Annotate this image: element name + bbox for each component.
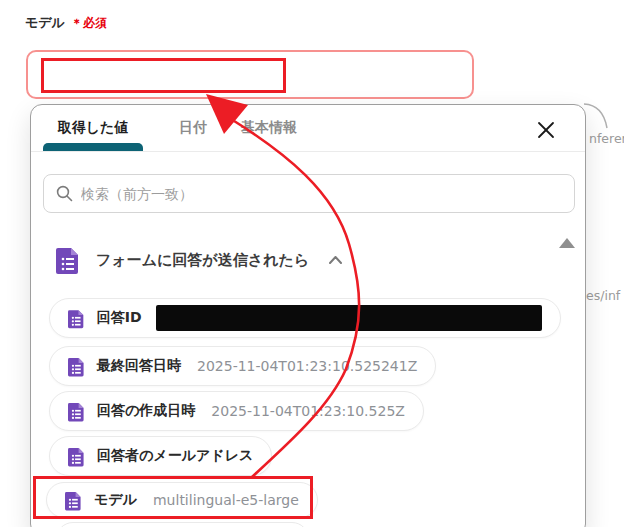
tab-retrieved-values[interactable]: 取得した値 [43,119,143,151]
form-document-icon [68,446,85,467]
tab-date[interactable]: 日付 [171,119,215,151]
search-icon [56,185,73,202]
item-value: multilingual-e5-large [153,492,299,508]
item-label: 回答の作成日時 [97,402,195,420]
item-value: 2025-11-04T01:23:10.525241Z [197,358,417,374]
list-item-response-created-time[interactable]: 回答の作成日時 2025-11-04T01:23:10.525Z [49,391,424,431]
background-clipped-text: nferen [589,131,624,146]
list-item-response-id[interactable]: 回答ID [49,298,561,338]
list-item-partial[interactable] [56,522,309,527]
form-document-icon [56,246,80,274]
tab-basic-info[interactable]: 基本情報 [233,119,305,151]
search-input[interactable] [81,186,562,202]
close-icon [537,121,555,139]
list-item-model[interactable]: モデル multilingual-e5-large [46,482,318,518]
scroll-up-arrow-icon[interactable] [559,238,575,248]
form-document-icon [68,356,85,377]
page: { "field": { "label": "モデル", "required":… [0,0,624,527]
trigger-section-header[interactable]: フォームに回答が送信されたら [56,246,342,274]
background-clipped-text: es/inf [586,288,620,303]
field-label-text: モデル [25,15,65,30]
form-document-icon [65,490,82,511]
header-divider [31,151,585,152]
item-label: 回答者のメールアドレス [97,447,253,465]
tab-bar: 取得した値 日付 基本情報 [43,119,305,151]
value-picker-popup: 取得した値 日付 基本情報 フォームに回答が送信されたら [30,104,586,527]
item-value: 2025-11-04T01:23:10.525Z [211,403,405,419]
search-box[interactable] [43,174,575,213]
model-input-field[interactable] [26,50,474,99]
chevron-up-icon[interactable] [329,256,342,264]
redacted-value [156,305,542,331]
list-item-last-response-time[interactable]: 最終回答日時 2025-11-04T01:23:10.525241Z [49,346,436,386]
popup-header: 取得した値 日付 基本情報 [31,105,585,151]
item-label: 最終回答日時 [97,357,181,375]
form-document-icon [68,308,85,329]
item-label: モデル [94,491,137,509]
list-item-respondent-email[interactable]: 回答者のメールアドレス [49,436,272,476]
item-label: 回答ID [97,309,142,327]
form-document-icon [68,401,85,422]
required-badge: ＊必須 [71,16,107,30]
field-label: モデル＊必須 [25,14,107,32]
close-button[interactable] [533,117,559,143]
section-title: フォームに回答が送信されたら [96,251,309,270]
